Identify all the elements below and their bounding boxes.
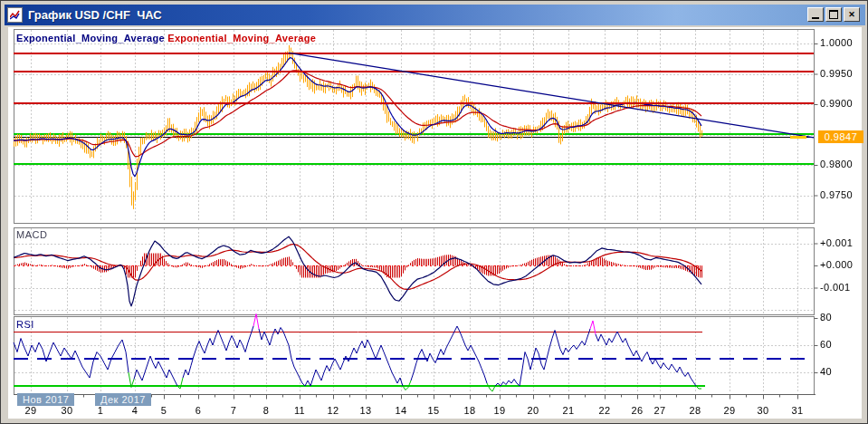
price-axis-label: 0.9950 bbox=[820, 68, 853, 79]
macd-axis-label: +0.000 bbox=[820, 259, 853, 270]
price-axis-label: 1.0000 bbox=[820, 37, 853, 48]
maximize-icon bbox=[829, 10, 838, 19]
time-axis-label: 1 bbox=[98, 405, 104, 416]
time-axis-label: 22 bbox=[598, 405, 610, 416]
time-axis-label: 27 bbox=[653, 405, 665, 416]
time-axis-label: 7 bbox=[231, 405, 237, 416]
time-axis-label: 30 bbox=[61, 405, 72, 416]
time-axis-label: 12 bbox=[327, 405, 339, 416]
maximize-button[interactable] bbox=[825, 7, 842, 22]
time-axis-label: 15 bbox=[427, 405, 439, 416]
time-axis-label: 14 bbox=[395, 405, 406, 416]
price-axis-label: 0.9750 bbox=[820, 189, 853, 200]
time-axis-label: 19 bbox=[493, 405, 505, 416]
month-badge-0: Нов 2017 bbox=[17, 393, 74, 406]
macd-axis-label: +0.001 bbox=[820, 237, 853, 248]
app-icon bbox=[7, 7, 23, 23]
macd-axis-label: -0.001 bbox=[820, 282, 851, 293]
rsi-axis-label: 60 bbox=[820, 339, 832, 350]
time-axis-label: 26 bbox=[631, 405, 643, 416]
minimize-button[interactable] bbox=[807, 7, 824, 22]
rsi-pane-label: RSI bbox=[16, 319, 34, 330]
time-axis-label: 11 bbox=[294, 405, 305, 416]
rsi-axis-label: 80 bbox=[820, 312, 832, 323]
title-bar[interactable]: График USD /CHF ЧАС ✕ bbox=[5, 5, 865, 25]
time-axis-label: 29 bbox=[24, 405, 36, 416]
time-axis-label: 29 bbox=[723, 405, 735, 416]
time-axis-label: 21 bbox=[562, 405, 574, 416]
time-axis-label: 20 bbox=[527, 405, 539, 416]
time-axis-label: 28 bbox=[689, 405, 701, 416]
time-axis-label: 4 bbox=[132, 405, 138, 416]
window-title: График USD /CHF ЧАС bbox=[28, 8, 162, 22]
close-button[interactable]: ✕ bbox=[844, 7, 860, 22]
current-price-badge: 0.9847 bbox=[818, 130, 863, 143]
legend-ema-blue: Exponential_Moving_Average bbox=[16, 33, 165, 43]
indicator-legend: Exponential_Moving_Average Exponential_M… bbox=[16, 33, 316, 43]
time-axis-label: 18 bbox=[463, 405, 475, 416]
time-axis-label: 8 bbox=[263, 405, 270, 416]
chart-canvas[interactable] bbox=[1, 1, 868, 424]
time-axis-label: 5 bbox=[161, 405, 167, 416]
price-axis-label: 0.9800 bbox=[820, 159, 853, 169]
time-axis-label: 31 bbox=[791, 405, 803, 416]
macd-pane-label: MACD bbox=[16, 229, 47, 240]
time-axis-label: 6 bbox=[196, 405, 202, 416]
price-axis-label: 0.9900 bbox=[820, 98, 853, 109]
time-axis-label: 13 bbox=[359, 405, 371, 416]
window-frame: График USD /CHF ЧАС ✕ Exponential_Moving… bbox=[0, 0, 868, 424]
legend-ema-red: Exponential_Moving_Average bbox=[167, 33, 316, 43]
time-axis-label: 30 bbox=[757, 405, 768, 416]
minimize-icon bbox=[812, 17, 819, 19]
month-badge-1: Дек 2017 bbox=[95, 393, 151, 406]
close-icon: ✕ bbox=[848, 11, 855, 19]
rsi-axis-label: 40 bbox=[820, 366, 832, 377]
